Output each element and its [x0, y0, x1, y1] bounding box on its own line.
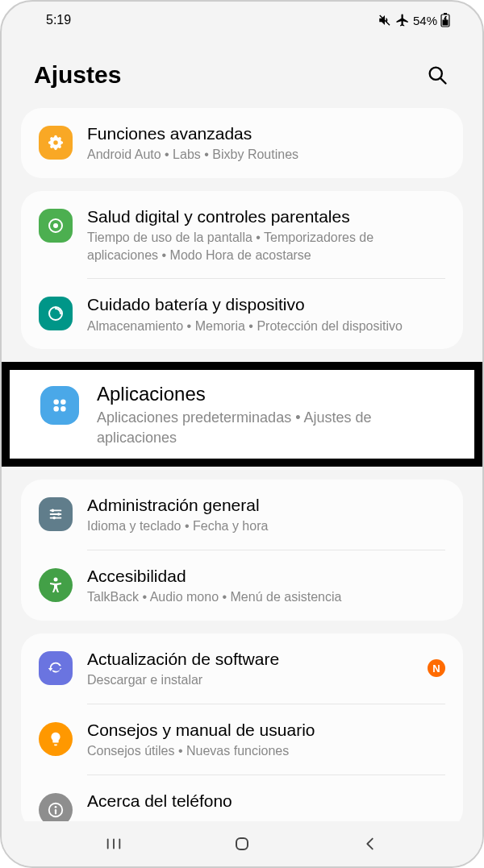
item-title: Salud digital y controles parentales: [87, 206, 445, 227]
settings-group: Salud digital y controles parentales Tie…: [21, 191, 463, 349]
wellbeing-icon: [39, 209, 73, 243]
phone-frame: 5:19 54% Ajustes: [0, 0, 484, 868]
svg-rect-25: [236, 838, 248, 849]
item-title: Actualización de software: [87, 648, 413, 670]
status-right: 54%: [378, 13, 450, 27]
header: Ajustes: [2, 31, 482, 108]
item-accessibility[interactable]: Accesibilidad TalkBack • Audio mono • Me…: [21, 550, 463, 621]
settings-group: Actualización de software Descargar e in…: [21, 633, 463, 828]
battery-icon: [440, 13, 450, 27]
item-subtitle: Descargar e instalar: [87, 671, 413, 689]
svg-point-6: [53, 223, 58, 228]
item-subtitle: Android Auto • Labs • Bixby Routines: [87, 146, 445, 164]
apps-icon: [40, 386, 79, 425]
svg-point-18: [54, 577, 58, 581]
item-subtitle: TalkBack • Audio mono • Menú de asistenc…: [87, 588, 445, 606]
svg-rect-21: [55, 809, 56, 814]
svg-point-8: [53, 400, 59, 405]
svg-point-16: [57, 513, 60, 516]
item-general-management[interactable]: Administración general Idioma y teclado …: [21, 480, 463, 550]
accessibility-icon: [39, 568, 73, 602]
highlighted-item-wrap: Aplicaciones Aplicaciones predeterminada…: [2, 362, 482, 467]
item-tips[interactable]: Consejos y manual de usuario Consejos út…: [21, 704, 463, 775]
item-title: Cuidado batería y dispositivo: [87, 293, 445, 315]
svg-point-15: [52, 509, 55, 513]
tips-icon: [39, 722, 73, 756]
status-time: 5:19: [46, 13, 71, 27]
airplane-icon: [395, 13, 410, 27]
item-subtitle: Consejos útiles • Nuevas funciones: [87, 742, 445, 760]
nav-home[interactable]: [231, 833, 253, 855]
item-title: Administración general: [87, 494, 445, 516]
item-device-care[interactable]: Cuidado batería y dispositivo Almacenami…: [21, 279, 463, 349]
mute-icon: [378, 13, 392, 27]
page-title: Ajustes: [34, 61, 121, 89]
device-care-icon: [39, 297, 73, 330]
back-icon: [361, 835, 379, 853]
recents-icon: [105, 835, 123, 853]
item-title: Consejos y manual de usuario: [87, 719, 445, 741]
nav-back[interactable]: [359, 833, 382, 855]
svg-point-9: [60, 400, 66, 405]
update-icon: [39, 651, 73, 685]
home-icon: [232, 834, 252, 853]
settings-group: Administración general Idioma y teclado …: [21, 480, 463, 621]
svg-point-10: [53, 406, 59, 412]
item-digital-wellbeing[interactable]: Salud digital y controles parentales Tie…: [21, 191, 463, 278]
item-title: Funciones avanzadas: [87, 123, 445, 144]
advanced-icon: [39, 126, 73, 160]
settings-group: Funciones avanzadas Android Auto • Labs …: [21, 108, 463, 178]
item-title: Aplicaciones: [97, 381, 445, 406]
item-advanced-features[interactable]: Funciones avanzadas Android Auto • Labs …: [21, 108, 463, 178]
item-apps[interactable]: Aplicaciones Aplicaciones predeterminada…: [10, 370, 474, 459]
search-button[interactable]: [426, 64, 449, 86]
search-icon: [426, 64, 449, 86]
highlight-border: Aplicaciones Aplicaciones predeterminada…: [2, 362, 482, 467]
settings-list[interactable]: Funciones avanzadas Android Auto • Labs …: [2, 108, 482, 828]
item-about-phone[interactable]: Acerca del teléfono: [21, 775, 463, 828]
svg-point-17: [52, 517, 56, 520]
item-subtitle: Idioma y teclado • Fecha y hora: [87, 517, 445, 535]
item-subtitle: Aplicaciones predeterminadas • Ajustes d…: [97, 408, 445, 447]
nav-recents[interactable]: [102, 833, 125, 855]
svg-line-4: [440, 78, 445, 83]
item-title: Accesibilidad: [87, 565, 445, 587]
battery-text: 54%: [413, 14, 437, 27]
svg-rect-1: [444, 13, 447, 15]
item-subtitle: Almacenamiento • Memoria • Protección de…: [87, 318, 445, 335]
status-bar: 5:19 54%: [2, 2, 482, 31]
item-software-update[interactable]: Actualización de software Descargar e in…: [21, 633, 463, 704]
nav-bar: [2, 821, 482, 866]
general-icon: [39, 497, 73, 531]
notification-badge: N: [428, 659, 445, 677]
svg-point-20: [55, 806, 57, 808]
item-subtitle: Tiempo de uso de la pantalla • Temporiza…: [87, 229, 445, 264]
svg-point-11: [60, 406, 66, 412]
item-title: Acerca del teléfono: [87, 790, 445, 812]
